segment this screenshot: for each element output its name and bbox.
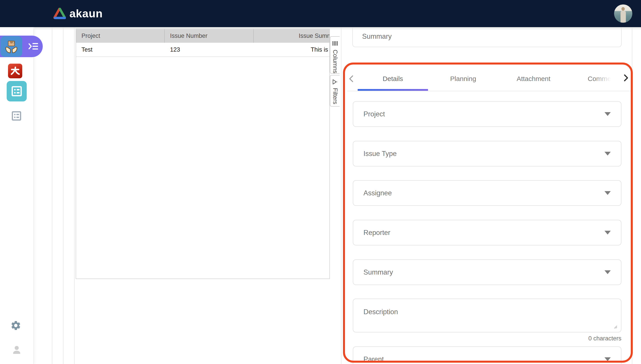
tabs-scroll-right[interactable]: [622, 67, 632, 89]
column-header-issue-summary[interactable]: Issue Summary: [254, 29, 330, 43]
assignee-select[interactable]: Assignee: [353, 180, 622, 206]
reporter-select[interactable]: Reporter: [353, 220, 622, 246]
sidebar-item-settings[interactable]: [10, 320, 21, 331]
tabs-scroll-left-icon[interactable]: [347, 74, 356, 83]
columns-icon: [332, 40, 338, 46]
side-tab-label: Columns: [332, 50, 338, 74]
character-counter: 0 characters: [353, 335, 622, 342]
person-icon: [11, 344, 22, 356]
akaun-triangle-icon: [54, 8, 66, 19]
active-tab-indicator: [358, 89, 428, 91]
chevron-down-icon: [604, 191, 611, 195]
summary-select[interactable]: Summary: [353, 260, 622, 285]
tab-planning[interactable]: Planning: [428, 67, 498, 91]
field-label: Reporter: [364, 229, 390, 237]
top-navigation-bar: akaun: [0, 0, 641, 27]
user-avatar[interactable]: [614, 4, 632, 23]
sidebar-item-account[interactable]: [11, 344, 22, 356]
parent-select[interactable]: Parent: [353, 346, 622, 364]
description-textarea[interactable]: Description: [353, 298, 622, 332]
tabs-overflow-fade: [594, 67, 622, 89]
tab-attachment[interactable]: Attachment: [498, 67, 569, 91]
field-label: Project: [364, 110, 385, 118]
detail-tabs-bar: Details Planning Attachment Comments: [347, 67, 632, 91]
cell-project: Test: [76, 43, 165, 56]
panel-splitter[interactable]: [52, 27, 52, 364]
column-header-project[interactable]: Project: [76, 29, 165, 43]
app-screen: akaun: [0, 0, 641, 364]
chevron-down-icon: [604, 270, 611, 274]
brand-logo[interactable]: akaun: [54, 6, 103, 21]
sidebar-item-issues-secondary[interactable]: [11, 110, 22, 122]
panel-divider: [341, 27, 342, 364]
resize-grip-icon[interactable]: [613, 324, 618, 329]
tab-details[interactable]: Details: [358, 67, 428, 91]
sidebar-item-logistics[interactable]: [0, 36, 22, 57]
chevron-down-icon: [604, 112, 611, 116]
field-label: Summary: [362, 32, 392, 40]
sidebar-item-issues-active[interactable]: [7, 81, 27, 102]
hands-package-icon: [4, 40, 18, 54]
table-header-row: Project Issue Number Issue Summary: [76, 29, 330, 43]
chevron-down-icon: [604, 357, 611, 361]
form-list-icon: [11, 86, 22, 97]
gear-icon: [10, 320, 21, 331]
chevron-down-icon: [604, 152, 611, 156]
issue-table: Project Issue Number Issue Summary Test …: [76, 28, 330, 279]
project-select[interactable]: Project: [353, 101, 622, 127]
sidebar-item-da-app[interactable]: [8, 64, 22, 78]
panel-divider: [632, 27, 632, 364]
field-label: Parent: [364, 355, 384, 363]
side-tab-label: Filters: [332, 88, 338, 104]
column-header-issue-number[interactable]: Issue Number: [165, 29, 254, 43]
table-row[interactable]: Test 123 This is t: [76, 43, 330, 57]
cell-issue-number: 123: [165, 43, 254, 56]
brand-name: akaun: [70, 6, 103, 21]
side-tab-columns[interactable]: Columns: [330, 36, 340, 74]
panel-splitter[interactable]: [63, 27, 64, 364]
indent-menu-icon: [28, 42, 39, 50]
tabs-scroll-right-icon: [622, 74, 630, 82]
avatar-photo: [620, 10, 626, 23]
da-character-icon: [10, 66, 20, 76]
field-label: Issue Type: [364, 150, 396, 158]
side-tab-filters[interactable]: Filters: [330, 75, 340, 106]
chevron-down-icon: [604, 231, 611, 234]
panel-divider: [74, 27, 74, 364]
topbar-shadow: [34, 27, 641, 30]
issue-type-select[interactable]: Issue Type: [353, 141, 622, 166]
filter-funnel-icon: [332, 79, 338, 85]
form-list-icon: [11, 111, 22, 121]
field-label: Summary: [364, 268, 393, 276]
cell-issue-summary: This is t: [254, 43, 330, 56]
field-label: Assignee: [364, 189, 392, 197]
field-label: Description: [364, 308, 398, 316]
